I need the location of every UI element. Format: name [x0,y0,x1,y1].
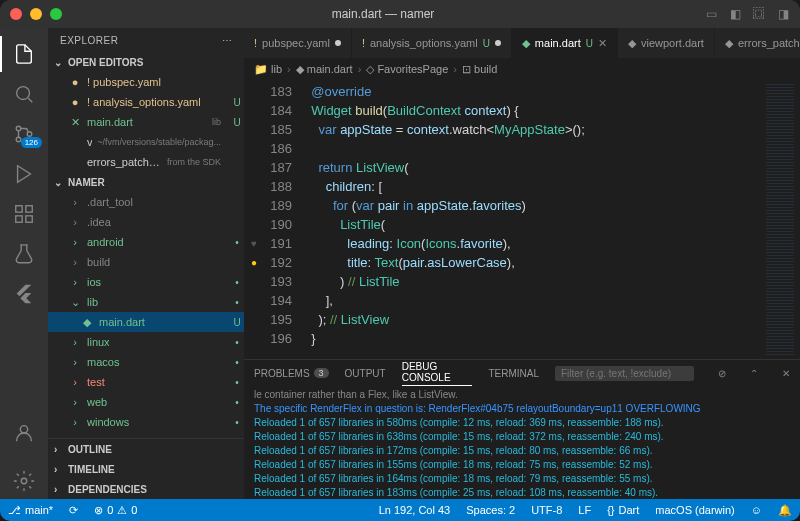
panel-tab-output[interactable]: OUTPUT [345,368,386,379]
status-spaces[interactable]: Spaces: 2 [458,504,523,516]
svg-point-3 [27,132,32,137]
open-editor-item[interactable]: viewport.dart~/fvm/versions/stable/packa… [48,132,244,152]
file-tree: ›.dart_tool›.idea›android•›build›ios•⌄li… [48,192,244,438]
item-label: .idea [87,216,225,228]
minimap[interactable] [760,80,800,359]
panel-tab-debug[interactable]: DEBUG CONSOLE [402,361,473,386]
folder-item[interactable]: ›test• [48,372,244,392]
activity-scm[interactable]: 126 [0,116,48,152]
panel-close-icon[interactable]: ✕ [782,368,790,379]
activity-search[interactable] [0,76,48,112]
file-icon: ≡ [68,436,82,438]
status-encoding[interactable]: UTF-8 [523,504,570,516]
status-eol[interactable]: LF [570,504,599,516]
editor-tab[interactable]: ◆main.dartU✕ [512,28,618,58]
file-icon: ● [68,76,82,88]
chevron-icon: › [68,236,82,248]
status-cursor[interactable]: Ln 192, Col 43 [371,504,459,516]
console-line: Reloaded 1 of 657 libraries in 638ms (co… [254,430,790,444]
close-icon: ✕ [68,116,82,129]
panel-body[interactable]: le container rather than a Flex, like a … [244,386,800,499]
code-content[interactable]: @override Widget build(BuildContext cont… [304,80,760,359]
zoom-window[interactable] [50,8,62,20]
activity-testing[interactable] [0,236,48,272]
status-lang[interactable]: {}Dart [599,504,647,516]
open-editor-item[interactable]: ●! pubspec.yaml [48,72,244,92]
window-title: main.dart — namer [62,7,704,21]
panel-filter-input[interactable] [555,366,694,381]
breadcrumb-item[interactable]: ◆ main.dart [296,63,353,76]
minimize-window[interactable] [30,8,42,20]
layout-editor-icon[interactable]: ⿴ [752,7,766,21]
open-editor-item[interactable]: ●! analysis_options.yamlU [48,92,244,112]
breadcrumb-item[interactable]: ⊡ build [462,63,497,76]
breadcrumbs[interactable]: 📁 lib›◆ main.dart›◇ FavoritesPage›⊡ buil… [244,58,800,80]
close-icon[interactable]: ✕ [598,37,607,50]
file-item[interactable]: ◆main.dartU [48,312,244,332]
panel-clear-icon[interactable]: ⊘ [718,368,726,379]
section-timeline[interactable]: ›TIMELINE [48,459,244,479]
status-feedback[interactable]: ☺ [743,504,770,516]
activity-extensions[interactable] [0,196,48,232]
panel-tab-terminal[interactable]: TERMINAL [488,368,539,379]
titlebar: main.dart — namer ▭ ◧ ⿴ ◨ [0,0,800,28]
svg-point-9 [21,478,27,484]
folder-item[interactable]: ›web• [48,392,244,412]
file-item[interactable]: ≡.gitignore [48,432,244,438]
folder-item[interactable]: ›windows• [48,412,244,432]
section-dependencies[interactable]: ›DEPENDENCIES [48,479,244,499]
tab-label: pubspec.yaml [262,37,330,49]
toggle-panel-icon[interactable]: ▭ [704,7,718,21]
status-sync[interactable]: ⟳ [61,499,86,521]
chevron-icon: › [68,356,82,368]
panel-tab-problems[interactable]: PROBLEMS3 [254,368,329,379]
code-editor[interactable]: ♥● 1831841851861871881891901911921931941… [244,80,800,359]
activity-settings[interactable] [0,463,48,499]
status-branch[interactable]: ⎇main* [0,499,61,521]
folder-item[interactable]: ⌄lib• [48,292,244,312]
chevron-icon: › [68,196,82,208]
chevron-icon: ⌄ [68,296,82,309]
breadcrumb-item[interactable]: 📁 lib [254,63,282,76]
folder-item[interactable]: ›macos• [48,352,244,372]
folder-item[interactable]: ›.dart_tool [48,192,244,212]
console-line: le container rather than a Flex, like a … [254,388,790,402]
status-target[interactable]: macOS (darwin) [647,504,742,516]
item-label: macos [87,356,225,368]
svg-rect-7 [26,216,32,222]
layout-sidebar-icon[interactable]: ◧ [728,7,742,21]
section-project[interactable]: ⌄NAMER [48,172,244,192]
activity-flutter[interactable] [0,276,48,312]
section-open-editors[interactable]: ⌄OPEN EDITORS [48,52,244,72]
editor-tab[interactable]: ◆errors_patch.dart [715,28,800,58]
activity-explorer[interactable] [0,36,48,72]
editor-tab[interactable]: !analysis_options.yamlU [352,28,512,58]
editor-tab[interactable]: !pubspec.yaml [244,28,352,58]
layout-right-icon[interactable]: ◨ [776,7,790,21]
folder-item[interactable]: ›android• [48,232,244,252]
item-label: web [87,396,225,408]
breadcrumb-item[interactable]: ◇ FavoritesPage [366,63,448,76]
item-label: .dart_tool [87,196,225,208]
section-outline[interactable]: ›OUTLINE [48,439,244,459]
activity-debug[interactable] [0,156,48,192]
tab-label: viewport.dart [641,37,704,49]
tab-bar: !pubspec.yaml!analysis_options.yamlU◆mai… [244,28,800,58]
folder-item[interactable]: ›build [48,252,244,272]
folder-item[interactable]: ›ios• [48,272,244,292]
open-editor-item[interactable]: errors_patch.dartfrom the SDK [48,152,244,172]
editor-tab[interactable]: ◆viewport.dart [618,28,715,58]
status-problems[interactable]: ⊗0⚠0 [86,499,145,521]
panel-maximize-icon[interactable]: ⌃ [750,368,758,379]
sidebar-more-icon[interactable]: ⋯ [222,35,233,46]
status-bell[interactable]: 🔔 [770,504,800,517]
folder-item[interactable]: ›.idea [48,212,244,232]
open-editor-item[interactable]: ✕main.dartlibU [48,112,244,132]
close-window[interactable] [10,8,22,20]
folder-item[interactable]: ›linux• [48,332,244,352]
console-line: Reloaded 1 of 657 libraries in 183ms (co… [254,486,790,499]
status-bar: ⎇main* ⟳ ⊗0⚠0 Ln 192, Col 43 Spaces: 2 U… [0,499,800,521]
tab-label: main.dart [535,37,581,49]
activity-account[interactable] [0,415,48,451]
bottom-panel: PROBLEMS3 OUTPUT DEBUG CONSOLE TERMINAL … [244,359,800,499]
